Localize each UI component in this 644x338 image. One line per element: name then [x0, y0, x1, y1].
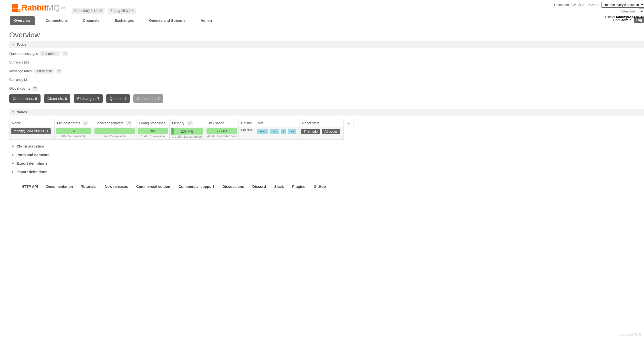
section-churn-statistics[interactable]: ▶Churn statistics [12, 144, 644, 148]
section-ports-and-contexts[interactable]: ▶Ports and contexts [12, 153, 644, 157]
uptime-value: 0m 35s [238, 127, 255, 139]
help-icon[interactable]: ? [62, 51, 68, 56]
global-counts-label: Global counts [9, 87, 30, 90]
chevron-down-icon: ▼ [12, 43, 15, 46]
footer-link-github[interactable]: GitHub [314, 184, 326, 189]
footer-link-slack[interactable]: Slack [274, 184, 284, 189]
queued-messages-label: Queued messages [9, 52, 38, 56]
disk-bar: 27 GiB [206, 128, 237, 134]
rates-range[interactable]: last minute [34, 69, 54, 74]
count-channels[interactable]: Channels: 0 [44, 94, 70, 103]
queued-range[interactable]: last minute [40, 51, 60, 56]
node-name[interactable]: rabbit@6ed470811151 [11, 128, 51, 134]
col-plusminus[interactable]: +/- [344, 119, 354, 127]
tab-exchanges[interactable]: Exchanges [110, 16, 138, 25]
col-uptime[interactable]: Uptime [238, 119, 255, 127]
footer-link-http-api[interactable]: HTTP API [22, 184, 38, 189]
footer-link-commercial-edition[interactable]: Commercial edition [136, 184, 170, 189]
col-fd[interactable]: File descriptors ? [54, 119, 93, 127]
fd-bar: 37 [56, 128, 91, 134]
table-row: rabbit@6ed470811151 371048576 available … [10, 127, 354, 139]
svg-rect-1 [16, 4, 18, 9]
col-disk[interactable]: Disk space [205, 119, 239, 127]
sd-bar: 0 [94, 128, 135, 134]
footer-link-new-releases[interactable]: New releases [105, 184, 128, 189]
info-tag-2: 2 [281, 129, 286, 134]
queued-idle: Currently idle [9, 60, 644, 64]
help-icon[interactable]: ? [32, 86, 38, 91]
svg-rect-3 [18, 10, 20, 11]
rabbitmq-logo: RabbitMQTM [12, 3, 65, 13]
ep-bar: 387 [138, 128, 168, 134]
count-exchanges[interactable]: Exchanges: 7 [74, 94, 103, 103]
refresh-interval-select[interactable]: Refresh every 5 seconds [602, 2, 644, 8]
chevron-right-icon: ▶ [12, 170, 14, 173]
col-name[interactable]: Name [10, 119, 55, 127]
help-icon[interactable]: ? [82, 121, 88, 126]
nodes-table: Name File descriptors ? Socket descripto… [9, 119, 354, 140]
refreshed-time: 2024-01-31 15:24:43 [570, 3, 599, 7]
info-tag-basic: basic [257, 129, 268, 134]
col-ep[interactable]: Erlang processes [136, 119, 170, 127]
info-tag-rss: rss [288, 129, 296, 134]
footer-link-discord[interactable]: Discord [252, 184, 266, 189]
tab-channels[interactable]: Channels [78, 16, 104, 25]
mem-bar: 133 MiB [171, 128, 203, 135]
vhost-label: Virtual host [620, 10, 636, 13]
tab-admin[interactable]: Admin [196, 16, 216, 25]
section-export-definitions[interactable]: ▶Export definitions [12, 161, 644, 165]
vhost-select[interactable] [639, 9, 644, 14]
refreshed-label: Refreshed [554, 3, 569, 7]
chevron-right-icon: ▶ [12, 144, 14, 148]
page-title: Overview [9, 31, 644, 39]
rates-idle: Currently idle [9, 78, 644, 82]
tab-queues[interactable]: Queues and Streams [144, 16, 190, 25]
tab-connections[interactable]: Connections [41, 16, 72, 25]
footer-link-tutorials[interactable]: Tutorials [81, 184, 96, 189]
help-icon[interactable]: ? [126, 121, 132, 126]
count-queues[interactable]: Queues: 0 [106, 94, 130, 103]
cluster-name: rabbit@6ed470811 [616, 15, 644, 19]
info-tag-disc: disc [270, 129, 279, 134]
section-nodes[interactable]: ▼ Nodes [9, 109, 644, 116]
count-connections[interactable]: Connections: 0 [9, 94, 40, 103]
chevron-down-icon: ▼ [12, 110, 15, 114]
count-consumers: Consumers: 0 [133, 94, 163, 103]
col-info[interactable]: Info [255, 119, 300, 127]
help-icon[interactable]: ? [56, 69, 62, 74]
col-reset[interactable]: Reset stats [300, 119, 344, 127]
help-icon[interactable]: ? [187, 121, 192, 126]
section-totals[interactable]: ▼ Totals [9, 41, 644, 48]
erlang-version: Erlang 25.3.2.8 [108, 8, 136, 14]
chevron-right-icon: ▶ [12, 161, 14, 165]
footer-link-documentation[interactable]: Documentation [46, 184, 73, 189]
col-sd[interactable]: Socket descriptors ? [93, 119, 136, 127]
tab-overview[interactable]: Overview [10, 16, 35, 25]
reset-all-nodes-button[interactable]: All nodes [322, 129, 340, 134]
col-mem[interactable]: Memory ? [170, 119, 205, 127]
rabbitmq-version: RabbitMQ 3.12.12 [72, 8, 104, 14]
message-rates-label: Message rates [9, 69, 32, 73]
footer-link-commercial-support[interactable]: Commercial support [178, 184, 214, 189]
reset-this-node-button[interactable]: This node [301, 129, 320, 134]
section-import-definitions[interactable]: ▶Import definitions [12, 170, 644, 174]
chevron-right-icon: ▶ [12, 153, 14, 156]
footer-link-discussions[interactable]: Discussions [222, 184, 244, 189]
cluster-label: Cluster [605, 15, 615, 19]
footer-link-plugins[interactable]: Plugins [292, 184, 306, 189]
svg-rect-0 [12, 4, 15, 9]
